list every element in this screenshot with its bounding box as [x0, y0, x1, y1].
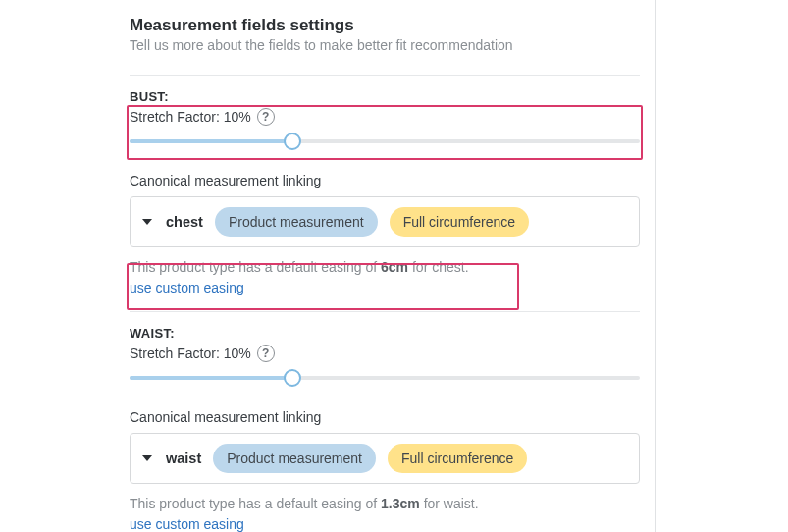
- field-block-waist: WAIST: Stretch Factor: 10% ? Canonical m…: [130, 326, 640, 532]
- stretch-label-waist: Stretch Factor: 10%: [130, 346, 251, 361]
- easing-group-bust: This product type has a default easing o…: [130, 257, 640, 295]
- custom-easing-link-waist[interactable]: use custom easing: [130, 516, 244, 532]
- help-icon[interactable]: ?: [257, 345, 275, 362]
- linking-heading-bust: Canonical measurement linking: [130, 173, 640, 188]
- stretch-label-bust: Stretch Factor: 10%: [130, 109, 251, 125]
- easing-note-bust: This product type has a default easing o…: [130, 257, 640, 278]
- field-block-bust: BUST: Stretch Factor: 10% ? Canonical me…: [130, 89, 640, 295]
- linking-box-waist: waist Product measurement Full circumfer…: [130, 433, 640, 484]
- chevron-down-icon[interactable]: [142, 455, 152, 461]
- page-title: Measurement fields settings: [130, 16, 640, 35]
- stretch-slider-waist[interactable]: [130, 362, 640, 392]
- linking-box-bust: chest Product measurement Full circumfer…: [130, 196, 640, 247]
- linking-name-waist[interactable]: waist: [166, 451, 201, 466]
- easing-note-waist: This product type has a default easing o…: [130, 494, 640, 514]
- linking-heading-waist: Canonical measurement linking: [130, 409, 640, 425]
- panel-right-divider: [655, 0, 656, 532]
- stretch-group-bust: Stretch Factor: 10% ?: [130, 106, 640, 155]
- field-label-waist: WAIST:: [130, 326, 640, 341]
- pill-product-measurement[interactable]: Product measurement: [215, 207, 378, 237]
- custom-easing-link-bust[interactable]: use custom easing: [130, 280, 244, 295]
- field-label-bust: BUST:: [130, 89, 640, 104]
- stretch-slider-bust[interactable]: [130, 126, 640, 155]
- pill-full-circumference[interactable]: Full circumference: [388, 444, 527, 473]
- divider: [130, 75, 640, 76]
- linking-name-bust[interactable]: chest: [166, 214, 203, 230]
- pill-full-circumference[interactable]: Full circumference: [390, 207, 529, 237]
- divider: [130, 311, 640, 312]
- pill-product-measurement[interactable]: Product measurement: [213, 444, 376, 473]
- help-icon[interactable]: ?: [257, 108, 275, 126]
- chevron-down-icon[interactable]: [142, 219, 152, 225]
- settings-panel: Measurement fields settings Tell us more…: [0, 0, 788, 532]
- page-subtitle: Tell us more about the fields to make be…: [130, 37, 640, 53]
